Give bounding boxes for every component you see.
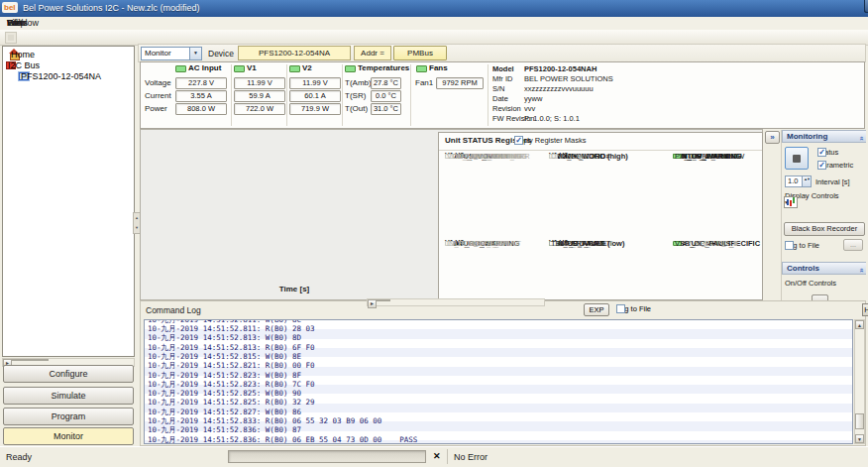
apply-register-masks-label: Apply Register Masks [514, 136, 587, 145]
log-vertical-scrollbar[interactable] [854, 319, 865, 444]
device-info-label: S/N [492, 84, 505, 93]
apply-register-masks-checkbox[interactable] [514, 136, 523, 145]
disabled-tool-icon [5, 32, 17, 44]
status-panel-horizontal-scrollbar[interactable] [367, 298, 545, 306]
log-to-file-row[interactable]: Log to File [616, 304, 651, 313]
device-name-field: PFS1200-12-054NA [238, 46, 351, 60]
device-info-value: PFS1200-12-054NAH [524, 64, 597, 73]
log-to-file-checkbox[interactable] [785, 241, 794, 250]
status-checkbox-row[interactable]: Status [817, 148, 838, 157]
device-info-label: Date [492, 94, 508, 103]
controls-header[interactable]: Controls [782, 262, 866, 275]
scroll-up-icon[interactable] [855, 320, 864, 329]
meas-value: 719.9 W [289, 103, 341, 115]
divider [439, 150, 762, 151]
group-status-led [289, 65, 300, 72]
on-off-controls-label: On/Off Controls [785, 279, 836, 288]
interval-spinner[interactable]: 1.0 [785, 175, 812, 187]
device-tree[interactable]: HomeI2C BusPFS1200-12-054NA [2, 46, 135, 357]
meas-value: 722.0 W [234, 103, 285, 115]
group-name: Fans [429, 63, 448, 72]
log-line: 10-九月-2019 14:51:52.815: W(B0) 8E [148, 352, 301, 361]
tree-item-label: PFS1200-12-054NA [19, 71, 103, 81]
pmbus-button[interactable]: PMBus [393, 46, 447, 60]
chevron-down-icon[interactable] [784, 199, 789, 205]
group-name: AC Input [188, 63, 221, 72]
log-to-file-checkbox[interactable] [616, 304, 625, 313]
export-button[interactable]: EXP [584, 303, 609, 316]
clear-error-icon[interactable] [433, 451, 441, 461]
log-line: 10-九月-2019 14:51:52.825: R(B0) 32 29 [148, 398, 315, 407]
group-status-led [175, 65, 186, 72]
black-box-recorder-button[interactable]: Black Box Recorder [784, 222, 865, 236]
log-line: 10-九月-2019 14:51:52.827: W(B0) 86 [148, 408, 301, 416]
scroll-right-icon[interactable] [368, 299, 377, 308]
device-label: Device [208, 49, 234, 58]
command-log-list[interactable]: 10-九月-2019 14:51:52.811: W(B0) 8C10-九月-2… [144, 319, 853, 444]
close-button[interactable] [864, 0, 868, 13]
expand-panel-button[interactable] [765, 131, 780, 144]
scrollbar-thumb[interactable] [855, 413, 864, 429]
status-checkbox[interactable] [817, 148, 826, 157]
log-line: 10-九月-2019 14:51:52.836: R(B0) 06 EB 55 … [148, 435, 417, 444]
log-line: 10-九月-2019 14:51:52.811: R(B0) 28 03 [148, 324, 315, 333]
stop-monitoring-button[interactable] [785, 147, 809, 170]
nav-simulate-button[interactable]: Simulate [3, 387, 134, 405]
nav-program-button[interactable]: Program [3, 408, 134, 425]
monitoring-header[interactable]: Monitoring [782, 130, 866, 143]
meas-value: 60.1 A [289, 90, 341, 102]
parametric-checkbox[interactable] [817, 161, 826, 170]
log-line: 10-九月-2019 14:51:52.823: R(B0) 7C F0 [148, 380, 315, 389]
command-log-panel: Command Log EXP Log to File TXTI2CHEXDEC… [140, 300, 866, 446]
log-line: 10-九月-2019 14:51:52.823: W(B0) 8F [148, 371, 301, 380]
menu-bar: FileEditViewToolsWindowHelp [0, 17, 868, 30]
menu-help[interactable]: Help [0, 17, 33, 30]
chevron-down-icon[interactable] [189, 48, 201, 59]
meas-value: 808.0 W [175, 103, 227, 115]
meas-label: Power [145, 104, 167, 113]
collapse-icon[interactable] [855, 136, 866, 140]
device-info-value: vvv [524, 104, 535, 113]
browse-button[interactable]: ... [843, 239, 863, 251]
interval-value: 1.0 [788, 176, 798, 185]
device-info-value: BEL POWER SOLUTIONS [524, 74, 613, 83]
mode-select-value: Monitor [145, 49, 171, 58]
meas-value: 27.8 °C [371, 77, 401, 89]
meas-label: Voltage [145, 78, 171, 87]
monitoring-panel: Monitoring Status Parametric 1.0 Interva… [781, 130, 866, 300]
mode-select[interactable]: Monitor [141, 47, 202, 60]
log-line: 10-九月-2019 14:51:52.833: R(B0) 06 55 32 … [148, 416, 381, 425]
log-line: 10-九月-2019 14:51:52.813: W(B0) 8D [148, 333, 301, 342]
spinner-arrows-icon[interactable] [802, 176, 811, 186]
progress-bar [228, 450, 426, 463]
nav-monitor-button[interactable]: Monitor [3, 427, 134, 445]
device-info-value: P: 1.0.0; S: 1.0.1 [524, 114, 580, 123]
log-line: 10-九月-2019 14:51:52.813: R(B0) 6F F0 [148, 343, 315, 352]
tree-item-label: Home [9, 50, 37, 59]
meas-value: 31.0 °C [371, 103, 401, 115]
monitor-log-to-file-row[interactable]: Log to File [785, 241, 819, 250]
log-line: 10-九月-2019 14:51:52.825: W(B0) 90 [148, 389, 301, 398]
scroll-down-icon[interactable] [855, 434, 864, 443]
apply-register-masks[interactable]: Apply Register Masks [514, 136, 587, 145]
meas-value: 59.9 A [234, 90, 285, 102]
meas-value: 3.55 A [175, 90, 227, 102]
device-info-label: Revision [492, 104, 521, 113]
plot-x-axis-label: Time [s] [250, 285, 339, 293]
device-info-label: Mfr ID [492, 74, 512, 83]
register-label: VSB_OC_FAULT [675, 239, 731, 248]
device-address-field: Addr = 0xb0 [354, 46, 391, 60]
meas-label: T(SR) [345, 91, 366, 100]
meas-label: Fan1 [415, 78, 433, 87]
ready-status: Ready [6, 452, 32, 462]
controls-title: Controls [787, 264, 819, 273]
monitoring-title: Monitoring [787, 132, 827, 141]
log-filter-hlp-button[interactable]: HLP [862, 303, 868, 316]
group-status-led [416, 65, 427, 72]
device-info-label: Model [492, 64, 514, 73]
collapse-icon[interactable] [855, 268, 866, 272]
unit-status-registers-panel: Unit STATUS Registers Apply Register Mas… [438, 132, 763, 300]
group-status-led [234, 65, 245, 72]
parametric-checkbox-row[interactable]: Parametric [817, 161, 853, 170]
nav-configure-button[interactable]: Configure [3, 365, 134, 383]
